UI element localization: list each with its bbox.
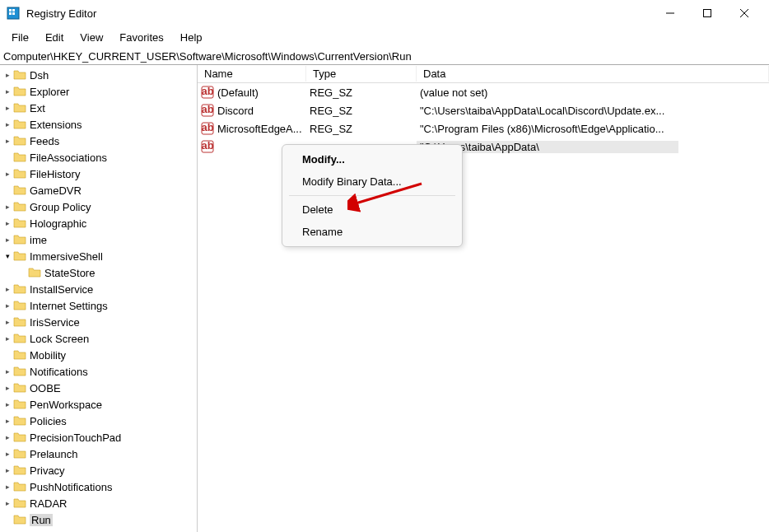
tree-item-internet-settings[interactable]: ▸Internet Settings — [0, 297, 197, 314]
minimize-button[interactable] — [651, 2, 688, 25]
folder-icon — [13, 382, 26, 394]
tree-item-ime[interactable]: ▸ime — [0, 231, 197, 248]
menu-view[interactable]: View — [73, 30, 110, 45]
tree-item-label: ImmersiveShell — [30, 250, 103, 263]
tree-pane[interactable]: ▸Dsh▸Explorer▸Ext▸Extensions▸FeedsFileAs… — [0, 65, 198, 532]
tree-item-penworkspace[interactable]: ▸PenWorkspace — [0, 396, 197, 413]
chevron-right-icon[interactable]: ▸ — [3, 334, 12, 343]
tree-item-group-policy[interactable]: ▸Group Policy — [0, 198, 197, 215]
chevron-right-icon[interactable]: ▸ — [3, 384, 12, 392]
tree-item-radar[interactable]: ▸RADAR — [0, 495, 197, 511]
tree-item-notifications[interactable]: ▸Notifications — [0, 363, 197, 380]
column-data[interactable]: Data — [417, 66, 769, 82]
chevron-right-icon[interactable]: ▸ — [3, 71, 12, 79]
tree-item-label: Holographic — [30, 217, 86, 230]
menu-edit[interactable]: Edit — [39, 30, 70, 45]
close-button[interactable] — [725, 2, 762, 25]
chevron-right-icon[interactable]: ▸ — [3, 203, 12, 211]
chevron-right-icon[interactable]: ▸ — [3, 450, 12, 458]
chevron-down-icon[interactable]: ▾ — [3, 252, 12, 260]
menu-help[interactable]: Help — [174, 30, 209, 45]
string-value-icon: ab — [201, 86, 214, 99]
menu-file[interactable]: File — [5, 30, 35, 45]
svg-rect-3 — [9, 12, 12, 15]
chevron-right-icon[interactable]: ▸ — [3, 483, 12, 491]
folder-icon — [13, 514, 26, 525]
chevron-right-icon[interactable]: ▸ — [3, 137, 12, 145]
tree-item-label: Prelaunch — [30, 448, 78, 460]
maximize-button[interactable] — [688, 2, 725, 25]
list-row[interactable]: abMicrosoftEdgeA...REG_SZ"C:\Program Fil… — [198, 119, 769, 138]
tree-item-dsh[interactable]: ▸Dsh — [0, 67, 197, 83]
folder-icon — [13, 201, 26, 212]
chevron-right-icon[interactable]: ▸ — [3, 301, 12, 310]
folder-icon — [13, 69, 26, 81]
tree-item-privacy[interactable]: ▸Privacy — [0, 462, 197, 478]
tree-item-precisiontouchpad[interactable]: ▸PrecisionTouchPad — [0, 429, 197, 446]
column-name[interactable]: Name — [198, 66, 306, 82]
tree-item-holographic[interactable]: ▸Holographic — [0, 215, 197, 231]
tree-item-label: Notifications — [30, 366, 88, 378]
chevron-right-icon[interactable]: ▸ — [3, 87, 12, 96]
folder-icon — [13, 119, 26, 130]
tree-item-feeds[interactable]: ▸Feeds — [0, 133, 197, 149]
tree-item-installservice[interactable]: ▸InstallService — [0, 281, 197, 297]
tree-item-label: FileAssociations — [30, 152, 107, 164]
cell-name: abMicrosoftEdgeA... — [198, 122, 306, 135]
chevron-right-icon[interactable]: ▸ — [3, 219, 12, 227]
context-menu-separator — [289, 195, 455, 196]
tree-item-policies[interactable]: ▸Policies — [0, 413, 197, 429]
tree-item-run[interactable]: Run — [0, 511, 197, 528]
tree-item-label: OOBE — [30, 382, 61, 394]
tree-item-gamedvr[interactable]: GameDVR — [0, 182, 197, 198]
tree-item-label: PenWorkspace — [30, 399, 102, 411]
svg-rect-2 — [12, 9, 15, 12]
context-menu-rename[interactable]: Rename — [282, 221, 462, 243]
cell-type: REG_SZ — [306, 123, 417, 135]
chevron-right-icon[interactable]: ▸ — [3, 318, 12, 326]
tree-item-fileassociations[interactable]: FileAssociations — [0, 149, 197, 166]
chevron-right-icon[interactable]: ▸ — [3, 236, 12, 244]
folder-icon — [13, 184, 26, 196]
tree-item-mobility[interactable]: Mobility — [0, 347, 197, 363]
svg-rect-4 — [12, 12, 15, 15]
tree-item-label: PrecisionTouchPad — [30, 432, 121, 444]
tree-item-filehistory[interactable]: ▸FileHistory — [0, 166, 197, 182]
app-icon — [7, 7, 20, 20]
list-row[interactable]: ab(Default)REG_SZ(value not set) — [198, 83, 769, 101]
chevron-right-icon[interactable]: ▸ — [3, 104, 12, 112]
column-type[interactable]: Type — [306, 66, 417, 82]
chevron-right-icon[interactable]: ▸ — [3, 170, 12, 178]
chevron-right-icon[interactable]: ▸ — [3, 466, 12, 474]
svg-text:ab: ab — [201, 104, 213, 115]
tree-item-pushnotifications[interactable]: ▸PushNotifications — [0, 478, 197, 495]
address-bar[interactable]: Computer\HKEY_CURRENT_USER\Software\Micr… — [0, 49, 769, 65]
tree-item-oobe[interactable]: ▸OOBE — [0, 380, 197, 396]
tree-item-extensions[interactable]: ▸Extensions — [0, 116, 197, 133]
tree-item-lock-screen[interactable]: ▸Lock Screen — [0, 330, 197, 347]
context-menu-modify-binary-data[interactable]: Modify Binary Data... — [282, 170, 462, 193]
tree-item-prelaunch[interactable]: ▸Prelaunch — [0, 446, 197, 462]
tree-item-ext[interactable]: ▸Ext — [0, 100, 197, 116]
tree-item-label: Run — [30, 514, 53, 526]
svg-rect-6 — [703, 10, 711, 17]
tree-item-label: Explorer — [30, 86, 69, 98]
menu-favorites[interactable]: Favorites — [113, 30, 170, 45]
chevron-right-icon[interactable]: ▸ — [3, 285, 12, 293]
svg-rect-1 — [9, 9, 12, 12]
tree-item-statestore[interactable]: StateStore — [0, 264, 197, 281]
chevron-right-icon[interactable]: ▸ — [3, 499, 12, 507]
tree-item-immersiveshell[interactable]: ▾ImmersiveShell — [0, 248, 197, 264]
chevron-right-icon[interactable]: ▸ — [3, 367, 12, 376]
tree-item-irisservice[interactable]: ▸IrisService — [0, 314, 197, 330]
list-row[interactable]: abDiscordREG_SZ"C:\Users\taiba\AppData\L… — [198, 101, 769, 119]
chevron-right-icon[interactable]: ▸ — [3, 433, 12, 441]
chevron-right-icon[interactable]: ▸ — [3, 417, 12, 425]
cell-data: "C:\Users\taiba\AppData\Local\Discord\Up… — [417, 105, 769, 117]
chevron-right-icon[interactable]: ▸ — [3, 120, 12, 128]
chevron-right-icon[interactable]: ▸ — [3, 400, 12, 408]
tree-item-label: Dsh — [30, 69, 49, 82]
tree-item-explorer[interactable]: ▸Explorer — [0, 83, 197, 100]
context-menu-modify[interactable]: Modify... — [282, 148, 462, 170]
context-menu-delete[interactable]: Delete — [282, 198, 462, 221]
